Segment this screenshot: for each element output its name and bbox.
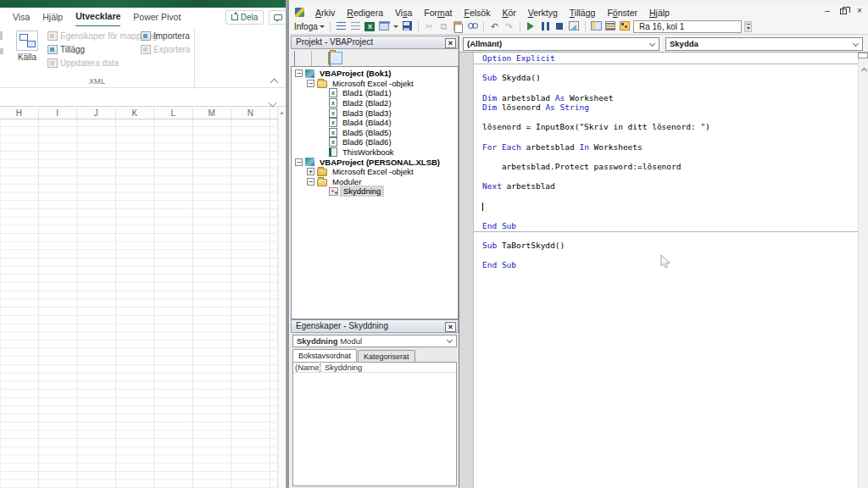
tree-item-blad5-blad5[interactable]: xBlad5 (Blad5) [292,128,458,138]
undo-icon[interactable]: ↶ [489,21,500,31]
column-header-H[interactable]: H [0,108,39,119]
menu-till-gg[interactable]: Tillägg [564,7,602,19]
view-code-button[interactable] [294,52,309,64]
scroll-up-icon[interactable]: ▲ [278,108,286,118]
menu-k-r[interactable]: Kör [496,7,521,19]
code-line-10[interactable] [474,152,858,162]
view-excel-icon[interactable]: X [364,21,376,31]
menu-visa[interactable]: Visa [389,7,418,19]
tree-item-microsoft-excel-objekt[interactable]: +Microsoft Excel -objekt [292,167,458,177]
outdent-icon[interactable] [336,21,347,31]
code-line-11[interactable]: arbetsblad.Protect password:=lösenord [474,162,858,172]
share-button[interactable]: Dela [225,10,264,25]
insert-dropdown-button[interactable]: Infoga [294,22,325,31]
ribbon-tab-power-pivot[interactable]: Power Pivot [133,8,181,26]
ribbon-tab-hjalp[interactable]: Hjälp [42,8,63,26]
export-button[interactable]: Exportera [141,43,190,56]
code-line-15[interactable] [474,202,858,212]
redo-icon[interactable]: ↷ [504,21,515,31]
formula-bar[interactable] [0,89,287,107]
toggle-folders-button[interactable] [328,52,342,64]
tree-item-vbaproject-personal-xlsb[interactable]: −VBAProject (PERSONAL.XLSB) [292,157,458,167]
menu-arkiv[interactable]: Arkiv [309,7,341,19]
tree-item-skyddning[interactable]: Skyddning [292,186,458,197]
code-line-19[interactable]: Sub TaBortSkydd() [474,241,858,251]
restore-icon[interactable] [840,8,847,14]
code-line-14[interactable] [474,191,858,202]
grid-vertical-scrollbar[interactable]: ▲ [277,108,286,488]
import-button[interactable]: Importera [141,30,190,42]
design-mode-icon[interactable] [569,21,580,31]
column-header-N[interactable]: N [231,108,270,119]
column-header-L[interactable]: L [154,108,193,119]
properties-close-icon[interactable]: × [445,322,456,332]
object-browser-icon[interactable] [620,21,631,31]
menu-fels-k[interactable]: Felsök [459,7,497,19]
code-line-3[interactable] [474,83,858,93]
split-handle[interactable] [858,53,868,58]
properties-window-icon[interactable] [605,21,616,31]
code-line-4[interactable]: Dim arbetsblad As Worksheet [474,93,858,103]
reset-icon[interactable] [554,21,565,31]
collapse-icon[interactable]: − [307,178,314,186]
property-row[interactable]: (Name) Skyddning [293,363,456,373]
tab-alphabetic[interactable]: Bokstavsordnat [292,349,357,362]
properties-object-selector[interactable]: Skyddning Modul [292,335,457,347]
xml-source-button[interactable]: Källa [12,30,42,80]
tree-item-thisworkbook[interactable]: ThisWorkbook [292,147,458,158]
break-icon[interactable] [540,21,551,31]
project-explorer-close-icon[interactable]: × [445,38,456,48]
menu-verktyg[interactable]: Verktyg [522,7,564,19]
refresh-data-button[interactable]: Uppdatera data [47,57,119,69]
close-icon[interactable]: × [854,7,865,15]
code-line-6[interactable] [474,113,858,123]
tree-item-blad4-blad4[interactable]: xBlad4 (Blad4) [292,118,458,128]
collapse-icon[interactable]: − [295,69,303,77]
insert-userform-dropdown-icon[interactable] [393,25,398,28]
comments-button[interactable] [269,10,287,25]
ribbon-tab-visa[interactable]: Visa [13,8,30,26]
scroll-up-icon[interactable] [862,61,866,76]
cut-icon[interactable]: ✂ [424,21,435,31]
column-header-K[interactable]: K [116,108,155,119]
code-line-2[interactable]: Sub Skydda() [474,73,858,83]
code-line-1[interactable] [474,64,858,74]
paste-icon[interactable] [453,21,464,31]
tab-categorized[interactable]: Kategoriserat [358,350,415,362]
menu-hj-lp[interactable]: Hjälp [643,7,676,19]
code-line-7[interactable]: lösenord = InputBox("Skriv in ditt lösen… [474,122,858,132]
spreadsheet-grid[interactable] [0,119,277,488]
tree-item-microsoft-excel-objekt[interactable]: −Microsoft Excel -objekt [292,79,458,89]
view-object-button[interactable] [311,52,326,64]
minimize-icon[interactable]: – [822,7,832,15]
column-header-J[interactable]: J [77,108,116,119]
procedure-dropdown[interactable]: Skydda [665,37,863,51]
code-vertical-scrollbar[interactable] [858,53,868,488]
collapse-icon[interactable]: − [307,80,314,87]
code-editor[interactable]: Option ExplicitSub Skydda()Dim arbetsbla… [474,53,858,488]
project-explorer-icon[interactable] [591,21,602,31]
copy-icon[interactable]: ⧉ [438,21,449,31]
tree-item-blad1-blad1[interactable]: xBlad1 (Blad1) [292,88,458,98]
code-line-17[interactable]: End Sub [474,221,858,231]
find-icon[interactable] [467,21,478,31]
object-dropdown[interactable]: (Allmänt) [463,37,659,51]
menu-f-nster[interactable]: Fönster [601,7,643,19]
code-line-18[interactable] [474,231,858,241]
tree-item-moduler[interactable]: −Moduler [292,177,458,187]
code-line-0[interactable]: Option Explicit [474,53,858,64]
code-line-8[interactable] [474,132,858,142]
code-line-16[interactable] [474,211,858,221]
indent-icon[interactable] [350,21,361,31]
tree-item-blad3-blad3[interactable]: xBlad3 (Blad3) [292,108,458,118]
menu-format[interactable]: Format [418,7,458,19]
code-line-13[interactable]: Next arbetsblad [474,181,858,191]
menu-redigera[interactable]: Redigera [341,7,389,19]
collapse-icon[interactable]: − [295,158,303,166]
run-icon[interactable] [526,21,537,31]
save-icon[interactable] [402,21,413,31]
addins-button[interactable]: Tillägg [47,43,85,56]
tree-item-blad2-blad2[interactable]: xBlad2 (Blad2) [292,98,458,108]
expand-icon[interactable]: + [307,168,314,175]
tree-item-blad6-blad6[interactable]: xBlad6 (Blad6) [292,137,458,147]
